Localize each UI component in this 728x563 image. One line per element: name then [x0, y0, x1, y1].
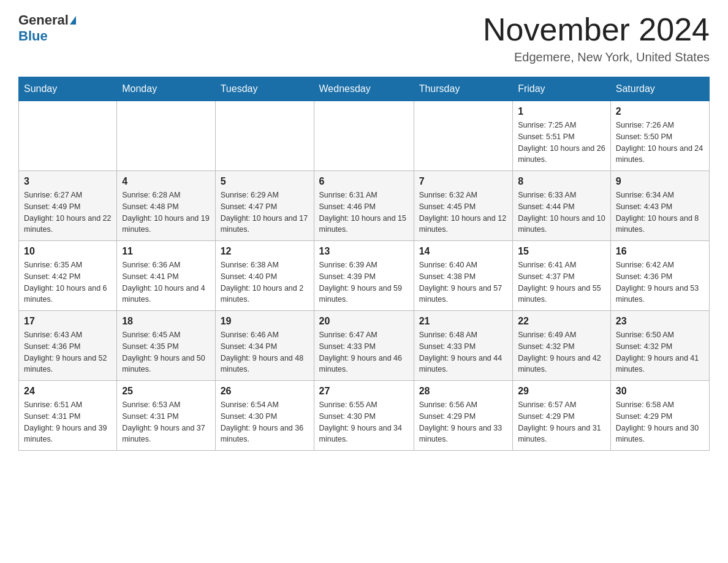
calendar-cell: 20Sunrise: 6:47 AMSunset: 4:33 PMDayligh… — [314, 311, 414, 381]
day-info: Sunrise: 7:25 AMSunset: 5:51 PMDaylight:… — [518, 120, 605, 166]
logo-general-text: General — [18, 12, 69, 28]
day-number: 28 — [419, 386, 507, 397]
day-number: 30 — [616, 386, 704, 397]
day-info: Sunrise: 6:47 AMSunset: 4:33 PMDaylight:… — [319, 329, 409, 375]
calendar-cell: 28Sunrise: 6:56 AMSunset: 4:29 PMDayligh… — [414, 381, 512, 451]
day-number: 9 — [616, 176, 704, 187]
day-number: 27 — [319, 386, 409, 397]
day-number: 14 — [419, 246, 507, 257]
calendar-week-row: 10Sunrise: 6:35 AMSunset: 4:42 PMDayligh… — [19, 241, 710, 311]
calendar-cell: 27Sunrise: 6:55 AMSunset: 4:30 PMDayligh… — [314, 381, 414, 451]
day-number: 22 — [518, 316, 605, 327]
day-info: Sunrise: 6:50 AMSunset: 4:32 PMDaylight:… — [616, 329, 704, 375]
day-number: 17 — [24, 316, 112, 327]
day-number: 5 — [221, 176, 309, 187]
day-info: Sunrise: 6:33 AMSunset: 4:44 PMDaylight:… — [518, 190, 605, 236]
day-number: 7 — [419, 176, 507, 187]
logo-triangle-icon — [70, 16, 76, 25]
calendar-cell: 25Sunrise: 6:53 AMSunset: 4:31 PMDayligh… — [117, 381, 215, 451]
calendar-cell: 17Sunrise: 6:43 AMSunset: 4:36 PMDayligh… — [19, 311, 117, 381]
day-number: 19 — [221, 316, 309, 327]
calendar-cell — [117, 101, 215, 171]
calendar-cell: 9Sunrise: 6:34 AMSunset: 4:43 PMDaylight… — [610, 171, 709, 241]
day-info: Sunrise: 6:29 AMSunset: 4:47 PMDaylight:… — [221, 190, 309, 236]
weekday-header-friday: Friday — [513, 77, 611, 101]
calendar-cell — [414, 101, 512, 171]
calendar-cell: 3Sunrise: 6:27 AMSunset: 4:49 PMDaylight… — [19, 171, 117, 241]
weekday-header-sunday: Sunday — [19, 77, 117, 101]
day-number: 1 — [518, 106, 605, 117]
calendar-cell: 12Sunrise: 6:38 AMSunset: 4:40 PMDayligh… — [215, 241, 314, 311]
day-info: Sunrise: 6:38 AMSunset: 4:40 PMDaylight:… — [221, 259, 309, 305]
calendar-cell: 26Sunrise: 6:54 AMSunset: 4:30 PMDayligh… — [215, 381, 314, 451]
weekday-header-saturday: Saturday — [610, 77, 709, 101]
day-info: Sunrise: 6:58 AMSunset: 4:29 PMDaylight:… — [616, 399, 704, 445]
day-info: Sunrise: 6:43 AMSunset: 4:36 PMDaylight:… — [24, 329, 112, 375]
calendar-cell: 8Sunrise: 6:33 AMSunset: 4:44 PMDaylight… — [513, 171, 611, 241]
day-number: 23 — [616, 316, 704, 327]
calendar-cell: 19Sunrise: 6:46 AMSunset: 4:34 PMDayligh… — [215, 311, 314, 381]
calendar-cell: 4Sunrise: 6:28 AMSunset: 4:48 PMDaylight… — [117, 171, 215, 241]
day-number: 18 — [122, 316, 210, 327]
logo: General Blue — [18, 12, 76, 44]
calendar-cell — [314, 101, 414, 171]
day-info: Sunrise: 6:45 AMSunset: 4:35 PMDaylight:… — [122, 329, 210, 375]
day-number: 13 — [319, 246, 409, 257]
calendar-cell: 24Sunrise: 6:51 AMSunset: 4:31 PMDayligh… — [19, 381, 117, 451]
calendar-cell: 6Sunrise: 6:31 AMSunset: 4:46 PMDaylight… — [314, 171, 414, 241]
day-info: Sunrise: 6:36 AMSunset: 4:41 PMDaylight:… — [122, 259, 210, 305]
weekday-header-row: SundayMondayTuesdayWednesdayThursdayFrid… — [19, 77, 710, 101]
day-info: Sunrise: 6:28 AMSunset: 4:48 PMDaylight:… — [122, 190, 210, 236]
day-info: Sunrise: 6:41 AMSunset: 4:37 PMDaylight:… — [518, 259, 605, 305]
calendar-cell: 5Sunrise: 6:29 AMSunset: 4:47 PMDaylight… — [215, 171, 314, 241]
day-info: Sunrise: 6:53 AMSunset: 4:31 PMDaylight:… — [122, 399, 210, 445]
day-info: Sunrise: 6:27 AMSunset: 4:49 PMDaylight:… — [24, 190, 112, 236]
weekday-header-wednesday: Wednesday — [314, 77, 414, 101]
calendar-cell: 14Sunrise: 6:40 AMSunset: 4:38 PMDayligh… — [414, 241, 512, 311]
day-number: 24 — [24, 386, 112, 397]
day-info: Sunrise: 6:35 AMSunset: 4:42 PMDaylight:… — [24, 259, 112, 305]
calendar-cell: 7Sunrise: 6:32 AMSunset: 4:45 PMDaylight… — [414, 171, 512, 241]
calendar-title: November 2024 — [483, 12, 710, 47]
calendar-table: SundayMondayTuesdayWednesdayThursdayFrid… — [18, 77, 710, 451]
calendar-cell: 2Sunrise: 7:26 AMSunset: 5:50 PMDaylight… — [610, 101, 709, 171]
weekday-header-tuesday: Tuesday — [215, 77, 314, 101]
calendar-week-row: 3Sunrise: 6:27 AMSunset: 4:49 PMDaylight… — [19, 171, 710, 241]
day-info: Sunrise: 6:39 AMSunset: 4:39 PMDaylight:… — [319, 259, 409, 305]
calendar-week-row: 1Sunrise: 7:25 AMSunset: 5:51 PMDaylight… — [19, 101, 710, 171]
calendar-cell: 23Sunrise: 6:50 AMSunset: 4:32 PMDayligh… — [610, 311, 709, 381]
day-number: 16 — [616, 246, 704, 257]
day-info: Sunrise: 6:40 AMSunset: 4:38 PMDaylight:… — [419, 259, 507, 305]
day-info: Sunrise: 6:46 AMSunset: 4:34 PMDaylight:… — [221, 329, 309, 375]
day-number: 12 — [221, 246, 309, 257]
logo-blue-text: Blue — [18, 28, 48, 44]
calendar-cell — [215, 101, 314, 171]
day-number: 10 — [24, 246, 112, 257]
day-info: Sunrise: 6:55 AMSunset: 4:30 PMDaylight:… — [319, 399, 409, 445]
day-number: 25 — [122, 386, 210, 397]
day-info: Sunrise: 6:31 AMSunset: 4:46 PMDaylight:… — [319, 190, 409, 236]
day-number: 4 — [122, 176, 210, 187]
page-header: General Blue November 2024 Edgemere, New… — [18, 12, 710, 64]
day-number: 20 — [319, 316, 409, 327]
day-number: 15 — [518, 246, 605, 257]
calendar-cell: 15Sunrise: 6:41 AMSunset: 4:37 PMDayligh… — [513, 241, 611, 311]
day-info: Sunrise: 6:32 AMSunset: 4:45 PMDaylight:… — [419, 190, 507, 236]
calendar-cell: 13Sunrise: 6:39 AMSunset: 4:39 PMDayligh… — [314, 241, 414, 311]
day-info: Sunrise: 6:54 AMSunset: 4:30 PMDaylight:… — [221, 399, 309, 445]
calendar-subtitle: Edgemere, New York, United States — [483, 50, 710, 64]
calendar-cell: 1Sunrise: 7:25 AMSunset: 5:51 PMDaylight… — [513, 101, 611, 171]
calendar-cell: 11Sunrise: 6:36 AMSunset: 4:41 PMDayligh… — [117, 241, 215, 311]
calendar-week-row: 24Sunrise: 6:51 AMSunset: 4:31 PMDayligh… — [19, 381, 710, 451]
day-number: 2 — [616, 106, 704, 117]
day-number: 3 — [24, 176, 112, 187]
title-section: November 2024 Edgemere, New York, United… — [483, 12, 710, 64]
day-info: Sunrise: 7:26 AMSunset: 5:50 PMDaylight:… — [616, 120, 704, 166]
calendar-cell: 22Sunrise: 6:49 AMSunset: 4:32 PMDayligh… — [513, 311, 611, 381]
calendar-cell: 10Sunrise: 6:35 AMSunset: 4:42 PMDayligh… — [19, 241, 117, 311]
day-info: Sunrise: 6:48 AMSunset: 4:33 PMDaylight:… — [419, 329, 507, 375]
day-number: 6 — [319, 176, 409, 187]
weekday-header-thursday: Thursday — [414, 77, 512, 101]
day-info: Sunrise: 6:51 AMSunset: 4:31 PMDaylight:… — [24, 399, 112, 445]
calendar-cell: 29Sunrise: 6:57 AMSunset: 4:29 PMDayligh… — [513, 381, 611, 451]
